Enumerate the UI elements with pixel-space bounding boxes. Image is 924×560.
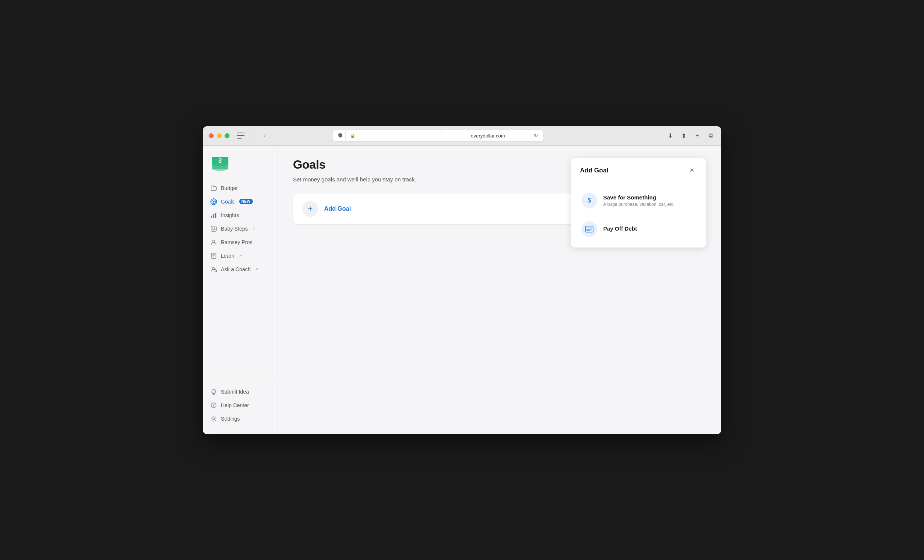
- share-button[interactable]: ⬆: [679, 131, 688, 140]
- goals-new-badge: New: [239, 199, 253, 204]
- sidebar-item-ask-coach[interactable]: Ask a Coach ↗: [206, 263, 275, 276]
- debt-goal-title: Pay Off Debt: [603, 225, 637, 232]
- sidebar-item-submit-idea[interactable]: Submit Idea: [206, 385, 275, 398]
- sidebar: Budget Goals New: [203, 146, 278, 434]
- sidebar-bottom: Submit Idea Help Center: [203, 382, 278, 428]
- fullscreen-button[interactable]: [225, 133, 229, 138]
- svg-rect-10: [211, 226, 216, 231]
- sidebar-item-ramsey-pros[interactable]: Ramsey Pros: [206, 236, 275, 249]
- new-tab-button[interactable]: +: [693, 131, 702, 140]
- app-logo: [210, 155, 230, 171]
- sidebar-item-settings[interactable]: Settings: [206, 412, 275, 425]
- goals-icon: [210, 198, 217, 205]
- add-goal-label: Add Goal: [324, 205, 351, 212]
- gear-icon: [210, 415, 217, 422]
- learn-icon: [210, 252, 217, 259]
- browser-chrome: ‹ › 🔒 everydollar.com ↻ ⬇ ⬆ + ⧉: [203, 126, 721, 146]
- minimize-button[interactable]: [217, 133, 222, 138]
- browser-window: ‹ › 🔒 everydollar.com ↻ ⬇ ⬆ + ⧉: [203, 126, 721, 434]
- app-layout: Budget Goals New: [203, 146, 721, 434]
- lightbulb-icon: [210, 388, 217, 395]
- close-button[interactable]: [209, 133, 214, 138]
- download-button[interactable]: ⬇: [666, 131, 675, 140]
- sidebar-item-submit-idea-label: Submit Idea: [221, 389, 249, 395]
- svg-point-23: [213, 406, 214, 406]
- goal-option-save[interactable]: $ Save for Something A large purchase, v…: [575, 187, 702, 214]
- sidebar-item-goals[interactable]: Goals New: [206, 195, 275, 208]
- main-content: Goals Set money goals and we'll help you…: [278, 146, 721, 434]
- baby-steps-external-icon: ↗: [252, 226, 255, 231]
- debt-goal-text: Pay Off Debt: [603, 225, 637, 233]
- save-goal-icon: $: [581, 193, 597, 208]
- debt-goal-icon: [581, 221, 597, 237]
- sidebar-item-goals-label: Goals: [221, 199, 235, 205]
- svg-rect-8: [213, 214, 214, 218]
- svg-point-13: [213, 240, 215, 242]
- sidebar-item-baby-steps[interactable]: Baby Steps ↗: [206, 222, 275, 235]
- forward-button[interactable]: ›: [260, 131, 269, 140]
- folder-icon: [210, 185, 217, 192]
- svg-rect-7: [211, 216, 212, 218]
- shield-icon: [338, 133, 343, 138]
- sidebar-item-ramsey-pros-label: Ramsey Pros: [221, 239, 252, 245]
- browser-actions: ⬇ ⬆ + ⧉: [666, 131, 715, 140]
- add-goal-card[interactable]: + Add Goal: [293, 193, 578, 225]
- add-goal-plus-icon: +: [302, 201, 318, 217]
- sidebar-item-budget[interactable]: Budget: [206, 182, 275, 195]
- back-button[interactable]: ‹: [249, 131, 258, 140]
- help-circle-icon: [210, 402, 217, 409]
- goal-option-debt[interactable]: Pay Off Debt: [575, 215, 702, 243]
- add-goal-panel: Add Goal × $ Save for Something A l: [571, 158, 706, 248]
- sidebar-item-insights-label: Insights: [221, 212, 239, 218]
- baby-steps-icon: [210, 225, 217, 232]
- svg-point-11: [212, 227, 213, 228]
- sidebar-toggle-button[interactable]: [237, 133, 245, 139]
- svg-text:$: $: [588, 197, 591, 204]
- tabs-button[interactable]: ⧉: [706, 131, 715, 140]
- sidebar-item-settings-label: Settings: [221, 416, 240, 422]
- sidebar-item-insights[interactable]: Insights: [206, 209, 275, 222]
- sidebar-item-learn-label: Learn: [221, 253, 234, 259]
- sidebar-item-budget-label: Budget: [221, 185, 237, 191]
- url-text: everydollar.com: [444, 133, 531, 139]
- sidebar-nav: Budget Goals New: [203, 182, 278, 379]
- traffic-lights: [209, 133, 229, 138]
- panel-close-button[interactable]: ×: [687, 165, 697, 176]
- learn-external-icon: ↗: [239, 254, 242, 258]
- lock-icon: 🔒: [345, 130, 442, 142]
- bar-chart-icon: [210, 212, 217, 219]
- ask-coach-external-icon: ↗: [255, 267, 258, 271]
- address-bar[interactable]: 🔒 everydollar.com ↻: [333, 130, 543, 142]
- logo-container: [203, 152, 278, 182]
- svg-point-6: [213, 201, 214, 202]
- panel-title: Add Goal: [580, 167, 608, 174]
- panel-header: Add Goal ×: [571, 158, 706, 182]
- svg-point-24: [213, 418, 215, 420]
- sidebar-item-ask-coach-label: Ask a Coach: [221, 266, 251, 272]
- save-goal-text: Save for Something A large purchase, vac…: [603, 194, 675, 207]
- reload-button[interactable]: ↻: [534, 133, 538, 139]
- person-icon: [210, 239, 217, 246]
- sidebar-item-help-center[interactable]: Help Center: [206, 399, 275, 412]
- sidebar-item-learn[interactable]: Learn ↗: [206, 249, 275, 262]
- panel-options: $ Save for Something A large purchase, v…: [571, 182, 706, 248]
- sidebar-item-help-center-label: Help Center: [221, 402, 249, 408]
- save-goal-title: Save for Something: [603, 194, 675, 201]
- sidebar-item-baby-steps-label: Baby Steps: [221, 226, 248, 232]
- save-goal-desc: A large purchase, vacation, car, etc.: [603, 202, 675, 207]
- coach-icon: [210, 266, 217, 273]
- svg-rect-9: [215, 213, 216, 218]
- nav-arrows: ‹ ›: [249, 131, 269, 140]
- svg-point-12: [214, 227, 215, 228]
